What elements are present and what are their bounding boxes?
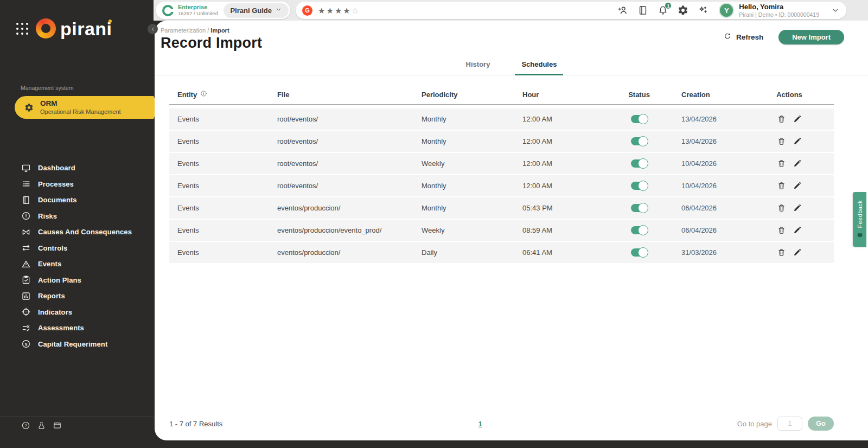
edit-icon[interactable]	[793, 114, 802, 124]
status-toggle[interactable]	[631, 137, 647, 145]
table-row: Events eventos/produccion/ Monthly 05:43…	[169, 197, 834, 219]
avatar[interactable]: Y	[719, 3, 734, 18]
cell-status	[612, 115, 666, 123]
delete-icon[interactable]	[777, 203, 786, 213]
status-toggle[interactable]	[631, 226, 647, 234]
status-toggle[interactable]	[631, 248, 647, 257]
feedback-tab[interactable]: Feedback	[853, 192, 866, 247]
user-greeting: Hello, Yomira	[739, 3, 819, 11]
user-menu-chevron-icon[interactable]	[831, 6, 840, 15]
cell-actions	[753, 114, 826, 124]
delete-icon[interactable]	[777, 114, 786, 124]
card-icon[interactable]	[53, 421, 62, 430]
sidebar-item-indicators[interactable]: Indicators	[0, 304, 154, 321]
cell-actions	[753, 137, 826, 146]
delete-icon[interactable]	[777, 159, 786, 168]
flask-icon[interactable]	[37, 421, 46, 430]
user-menu[interactable]: Y Hello, Yomira Pirani | Demo • ID: 0000…	[719, 3, 819, 18]
cell-file: root/eventos/	[277, 137, 422, 145]
help-icon[interactable]: ?	[21, 421, 30, 430]
sidebar-item-risks[interactable]: Risks	[0, 208, 154, 225]
cell-actions	[753, 203, 826, 213]
star-filled-icon[interactable]: ★	[318, 7, 325, 15]
info-icon[interactable]	[200, 90, 207, 99]
gear-button[interactable]	[677, 4, 689, 16]
goto-page-label: Go to page	[737, 420, 772, 428]
refresh-button[interactable]: Refresh	[723, 32, 763, 42]
cell-creation: 13/04/2026	[666, 115, 753, 123]
sidebar: pirani Management system ORM Operational…	[0, 0, 154, 448]
cell-periodicity: Weekly	[422, 159, 522, 168]
delete-icon[interactable]	[777, 226, 786, 235]
topbar-action-icons: 1	[617, 4, 709, 16]
delete-icon[interactable]	[777, 181, 786, 190]
page-number-link[interactable]: 1	[478, 420, 482, 428]
action-plans-icon	[21, 275, 31, 285]
sidebar-divider	[0, 416, 154, 417]
sidebar-item-controls[interactable]: Controls	[0, 240, 154, 257]
sidebar-item-documents[interactable]: Documents	[0, 192, 154, 208]
status-toggle[interactable]	[631, 115, 647, 123]
new-import-button[interactable]: New Import	[778, 30, 844, 44]
delete-icon[interactable]	[777, 248, 786, 257]
go-button[interactable]: Go	[808, 417, 834, 431]
status-toggle[interactable]	[631, 204, 647, 212]
star-filled-icon[interactable]: ★	[335, 7, 342, 15]
schedules-table: Entity File Periodicity Hour Status Crea…	[169, 85, 834, 263]
sidebar-item-events[interactable]: Events	[0, 256, 154, 272]
delete-icon[interactable]	[777, 137, 786, 146]
pirani-guide-dropdown[interactable]: Pirani Guide	[224, 3, 289, 18]
star-filled-icon[interactable]: ★	[343, 7, 350, 15]
sidebar-item-processes[interactable]: Processes	[0, 176, 154, 193]
cell-entity: Events	[177, 159, 277, 168]
edit-icon[interactable]	[793, 203, 802, 213]
edit-icon[interactable]	[793, 181, 802, 190]
star-filled-icon[interactable]: ★	[326, 7, 333, 15]
sidebar-item-capital-requeriment[interactable]: $ Capital Requeriment	[0, 336, 154, 353]
sidebar-item-causes-and-consequences[interactable]: Causes And Consequences	[0, 224, 154, 240]
edit-icon[interactable]	[793, 159, 802, 168]
enterprise-logo-icon	[162, 5, 174, 16]
section-label: Management system	[21, 85, 73, 91]
sidebar-footer-icons: ?	[21, 421, 62, 430]
status-toggle[interactable]	[631, 159, 647, 168]
g2-rating-stars[interactable]: ★★★★☆	[318, 7, 359, 15]
cell-periodicity: Daily	[422, 248, 522, 257]
edit-icon[interactable]	[793, 226, 802, 235]
sparkles-button[interactable]	[697, 4, 709, 16]
user-meta: Pirani | Demo • ID: 0000000419	[739, 11, 819, 18]
edit-icon[interactable]	[793, 248, 802, 257]
goto-page-input[interactable]	[777, 417, 802, 431]
sidebar-item-action-plans[interactable]: Action Plans	[0, 272, 154, 289]
bell-button[interactable]: 1	[657, 4, 669, 16]
cell-actions	[753, 226, 826, 235]
sidebar-collapse-button[interactable]	[148, 24, 158, 34]
cell-creation: 06/04/2026	[666, 204, 753, 212]
person-add-button[interactable]	[617, 4, 629, 16]
book-button[interactable]	[637, 4, 649, 16]
tab-schedules[interactable]: Schedules	[515, 55, 563, 75]
table-row: Events eventos/produccion/ Daily 06:41 A…	[169, 242, 834, 263]
tab-history[interactable]: History	[459, 55, 497, 75]
notification-badge: 1	[665, 2, 672, 9]
edit-icon[interactable]	[793, 137, 802, 146]
cell-status	[612, 137, 666, 145]
star-empty-icon[interactable]: ☆	[352, 7, 359, 15]
sidebar-item-reports[interactable]: Reports	[0, 288, 154, 304]
app-launcher-grid-icon[interactable]	[16, 23, 28, 35]
cell-actions	[753, 248, 826, 257]
sidebar-item-assessments[interactable]: Assessments	[0, 320, 154, 336]
cell-actions	[753, 181, 826, 190]
cell-status	[612, 204, 666, 212]
indicators-icon	[21, 307, 31, 317]
user-text: Hello, Yomira Pirani | Demo • ID: 000000…	[739, 3, 819, 18]
cell-hour: 12:00 AM	[522, 159, 612, 168]
active-module-badge[interactable]: ORM Operational Risk Management	[15, 96, 154, 119]
status-toggle[interactable]	[631, 182, 647, 190]
table-row: Events root/eventos/ Monthly 12:00 AM 10…	[169, 175, 834, 196]
cell-periodicity: Weekly	[422, 226, 522, 234]
cell-hour: 08:59 AM	[522, 226, 612, 234]
sidebar-item-dashboard[interactable]: Dashboard	[0, 160, 154, 176]
table-row: Events root/eventos/ Monthly 12:00 AM 13…	[169, 108, 834, 130]
breadcrumb-parent[interactable]: Parameterization	[161, 27, 206, 34]
